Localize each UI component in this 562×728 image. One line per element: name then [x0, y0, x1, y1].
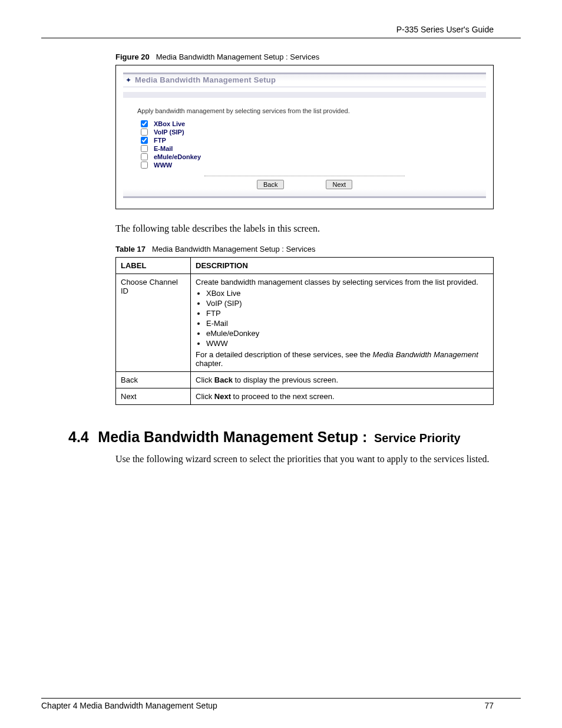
section-title-main: Media Bandwidth Management Setup :	[98, 429, 367, 445]
header-rule	[41, 38, 521, 38]
desc-text: Click	[196, 392, 214, 401]
list-item: WWW	[206, 339, 488, 348]
table-row: Back Click Back to display the previous …	[116, 372, 494, 388]
th-label: LABEL	[116, 258, 191, 274]
figure-frame: ✦ Media Bandwidth Management Setup Apply…	[115, 65, 494, 209]
running-head: P-335 Series User's Guide	[41, 25, 521, 34]
table-caption-label: Table 17	[115, 245, 146, 253]
table-row: Next Click Next to proceed to the next s…	[116, 388, 494, 405]
list-item: eMule/eDonkey	[206, 329, 488, 338]
paragraph: The following table describes the labels…	[115, 223, 494, 234]
desc-bold: Back	[214, 375, 233, 384]
figure-caption: Figure 20 Media Bandwidth Management Set…	[115, 52, 494, 61]
service-checkbox-xboxlive[interactable]	[141, 120, 148, 127]
wizard-title: ✦ Media Bandwidth Management Setup	[123, 74, 486, 87]
service-row: FTP	[141, 137, 472, 144]
service-checkbox-email[interactable]	[141, 145, 148, 152]
service-row: WWW	[141, 162, 472, 169]
service-row: XBox Live	[141, 120, 472, 127]
list-item: FTP	[206, 309, 488, 318]
service-label: E-Mail	[154, 145, 173, 152]
desc-text: Create bandwidth management classes by s…	[196, 278, 478, 286]
service-row: eMule/eDonkey	[141, 153, 472, 160]
table-caption-text: Media Bandwidth Management Setup : Servi…	[152, 245, 316, 253]
cell-label: Back	[116, 372, 191, 388]
section-title-sub: Service Priority	[374, 431, 461, 444]
service-checkbox-ftp[interactable]	[141, 137, 148, 144]
cell-label: Next	[116, 388, 191, 405]
wizard-instruction: Apply bandwidth management by selecting …	[137, 107, 472, 114]
cell-description: Create bandwidth management classes by s…	[191, 274, 494, 372]
th-description: DESCRIPTION	[191, 258, 494, 274]
cell-label: Choose Channel ID	[116, 274, 191, 372]
service-label: XBox Live	[154, 120, 185, 127]
footer-chapter: Chapter 4 Media Bandwidth Management Set…	[41, 701, 217, 710]
footer-page-number: 77	[484, 701, 494, 710]
cell-description: Click Next to proceed to the next screen…	[191, 388, 494, 405]
service-checkbox-emule[interactable]	[141, 153, 148, 160]
wizard-separator	[204, 176, 405, 176]
table-caption: Table 17 Media Bandwidth Management Setu…	[115, 245, 494, 253]
section-number: 4.4	[68, 429, 89, 445]
figure-caption-label: Figure 20	[115, 52, 150, 61]
page-footer: Chapter 4 Media Bandwidth Management Set…	[41, 698, 521, 710]
section-heading: 4.4 Media Bandwidth Management Setup : S…	[68, 429, 521, 446]
service-label: WWW	[154, 162, 172, 169]
desc-text: to display the previous screen.	[233, 375, 338, 384]
wizard-title-text: Media Bandwidth Management Setup	[135, 75, 276, 84]
desc-text: Click	[196, 375, 214, 384]
list-item: XBox Live	[206, 289, 488, 298]
list-item: E-Mail	[206, 319, 488, 328]
desc-bold: Next	[214, 392, 231, 401]
wizard-panel: ✦ Media Bandwidth Management Setup Apply…	[123, 73, 486, 198]
service-label: VoIP (SIP)	[154, 129, 184, 136]
service-label: FTP	[154, 137, 166, 144]
next-button[interactable]: Next	[326, 180, 352, 189]
service-label: eMule/eDonkey	[154, 153, 201, 160]
service-checkbox-voip[interactable]	[141, 129, 148, 136]
description-table: LABEL DESCRIPTION Choose Channel ID Crea…	[115, 257, 494, 405]
desc-emphasis: Media Bandwidth Management	[373, 350, 478, 359]
desc-text: chapter.	[196, 359, 223, 368]
service-row: VoIP (SIP)	[141, 129, 472, 136]
wizard-bullet-icon: ✦	[125, 76, 131, 84]
desc-text: to proceed to the next screen.	[231, 392, 335, 401]
service-row: E-Mail	[141, 145, 472, 152]
figure-caption-text: Media Bandwidth Management Setup : Servi…	[156, 52, 320, 61]
paragraph: Use the following wizard screen to selec…	[115, 454, 494, 465]
wizard-bar	[123, 92, 486, 98]
cell-description: Click Back to display the previous scree…	[191, 372, 494, 388]
desc-text: For a detailed description of these serv…	[196, 350, 373, 359]
list-item: VoIP (SIP)	[206, 299, 488, 308]
table-row: Choose Channel ID Create bandwidth manag…	[116, 274, 494, 372]
service-checkbox-www[interactable]	[141, 162, 148, 169]
back-button[interactable]: Back	[257, 180, 284, 189]
